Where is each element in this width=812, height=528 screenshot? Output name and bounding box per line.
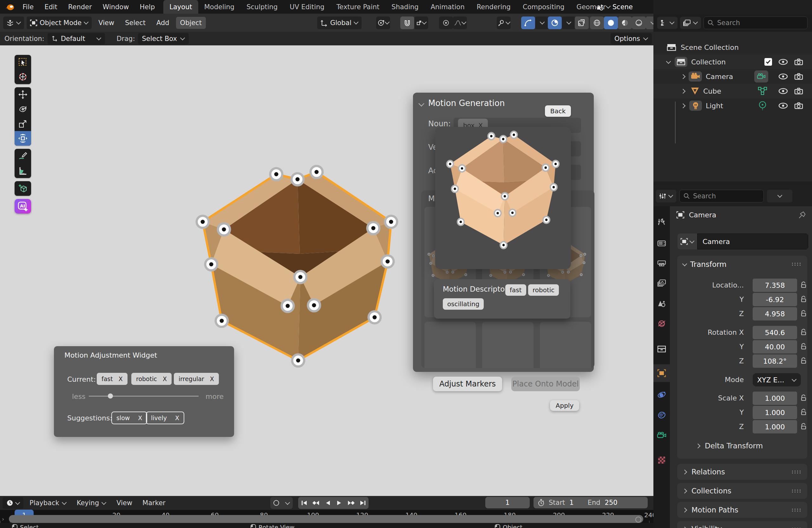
tab-world[interactable]	[653, 315, 670, 332]
camera-toggle-icon[interactable]	[794, 102, 803, 109]
intensity-slider-track[interactable]	[89, 396, 199, 397]
field-value[interactable]: 540.6	[753, 326, 797, 339]
tab-texture[interactable]	[653, 451, 670, 469]
menu-render[interactable]: Render	[63, 3, 97, 11]
motion-card[interactable]	[540, 322, 591, 368]
camera-toggle-icon[interactable]	[794, 88, 803, 95]
collapse-chevron-icon[interactable]	[418, 101, 424, 106]
back-button[interactable]: Back	[545, 105, 571, 117]
rotation-gizmo-button[interactable]	[548, 16, 562, 29]
options-dropdown[interactable]: Options	[611, 33, 652, 44]
rotation-gizmo-settings-button[interactable]	[562, 16, 576, 29]
tool-annotate-button[interactable]	[15, 149, 31, 163]
timeline-ruler[interactable]: 20 40 60 80 100 120 140 160 180 200 220 …	[0, 510, 653, 523]
proportional-falloff-button[interactable]	[453, 16, 467, 29]
tool-select-box-button[interactable]	[15, 55, 31, 70]
timeline-scrollbar[interactable]	[9, 515, 643, 523]
marker-preview-popup[interactable]	[435, 127, 571, 269]
lock-open-icon[interactable]	[800, 343, 807, 350]
eye-icon[interactable]	[778, 59, 788, 65]
tab-render[interactable]	[653, 234, 670, 252]
tab-sculpting[interactable]: Sculpting	[241, 0, 284, 14]
field-value[interactable]: 1.000	[753, 420, 797, 433]
pivot-point-button[interactable]	[376, 16, 390, 29]
apply-button[interactable]: Apply	[550, 400, 579, 411]
properties-options-button[interactable]	[767, 190, 792, 202]
jump-to-end-button[interactable]	[357, 497, 368, 509]
rotation-mode-dropdown[interactable]: XYZ E...	[753, 373, 801, 386]
editor-type-button[interactable]	[3, 16, 24, 29]
current-frame-field[interactable]: 1	[485, 497, 530, 508]
tab-view-layer[interactable]	[653, 274, 670, 292]
drag-dropdown[interactable]: Select Box	[138, 33, 189, 44]
grip-icon[interactable]	[792, 490, 801, 493]
shading-material-button[interactable]	[618, 16, 632, 29]
section-collections[interactable]: Collections	[677, 483, 807, 499]
autokey-settings-button[interactable]	[282, 497, 293, 509]
viewport-gizmos-toggle[interactable]	[575, 16, 589, 29]
lock-open-icon[interactable]	[800, 296, 807, 303]
eye-icon[interactable]	[778, 88, 788, 94]
transform-orientation-dropdown[interactable]: Global	[317, 16, 362, 29]
end-value[interactable]: 250	[605, 499, 618, 506]
remove-tag-button[interactable]: X	[210, 375, 214, 382]
suggestion-tag-slow[interactable]: slow X	[111, 412, 147, 424]
menu-file[interactable]: File	[17, 3, 39, 11]
eye-icon[interactable]	[778, 102, 788, 109]
timeline-editor-type-button[interactable]	[2, 497, 24, 509]
snap-settings-button[interactable]	[414, 16, 428, 29]
orientation-dropdown[interactable]: Default	[47, 33, 105, 44]
lock-open-icon[interactable]	[800, 357, 807, 365]
field-value[interactable]: 1.000	[753, 406, 797, 419]
tab-tool[interactable]	[653, 213, 670, 231]
menu-add[interactable]: Add	[152, 19, 174, 27]
next-keyframe-button[interactable]	[345, 497, 357, 509]
field-value[interactable]: 4.958	[753, 307, 797, 320]
field-value[interactable]: 40.00	[753, 340, 797, 354]
light-data-badge[interactable]	[756, 100, 769, 112]
collapse-chevron-icon[interactable]	[682, 261, 687, 266]
tool-add-cube-button[interactable]	[15, 181, 31, 196]
shading-solid-button[interactable]	[604, 16, 618, 29]
current-tag-robotic[interactable]: robotic X	[131, 373, 172, 385]
intensity-slider-knob[interactable]	[108, 394, 113, 399]
lock-open-icon[interactable]	[800, 423, 807, 430]
lock-open-icon[interactable]	[800, 281, 807, 289]
remove-tag-button[interactable]: X	[119, 375, 123, 382]
menu-view[interactable]: View	[94, 19, 118, 27]
menu-object[interactable]: Object	[176, 17, 206, 29]
descriptor-tag-oscillating[interactable]: oscillating	[443, 298, 484, 310]
shading-rendered-button[interactable]	[632, 16, 646, 29]
lock-open-icon[interactable]	[800, 394, 807, 402]
tool-transform-button[interactable]	[15, 131, 31, 146]
menu-view-timeline[interactable]: View	[112, 499, 136, 507]
menu-keying[interactable]: Keying	[73, 499, 111, 507]
outliner-row-light[interactable]: Light	[653, 98, 812, 113]
scene-selector[interactable]: Scene	[596, 1, 633, 12]
tab-layout[interactable]: Layout	[163, 0, 198, 14]
tab-object-data[interactable]	[653, 427, 670, 444]
grip-icon[interactable]	[792, 263, 801, 266]
autokey-button[interactable]	[270, 497, 282, 509]
tool-move-button[interactable]	[15, 87, 31, 102]
grip-icon[interactable]	[792, 471, 801, 473]
tool-cursor-button[interactable]	[15, 70, 31, 84]
tab-texture-paint[interactable]: Texture Paint	[331, 0, 386, 14]
outliner-row-collection[interactable]: Collection	[653, 55, 812, 69]
tab-collection[interactable]	[653, 340, 670, 358]
menu-window[interactable]: Window	[97, 3, 134, 11]
suggestion-tag-lively[interactable]: lively X	[146, 412, 184, 424]
current-tag-irregular[interactable]: irregular X	[174, 373, 219, 385]
remove-tag-button[interactable]: X	[175, 414, 179, 422]
lock-open-icon[interactable]	[800, 310, 807, 317]
previous-keyframe-button[interactable]	[310, 497, 322, 509]
eye-icon[interactable]	[778, 73, 788, 80]
section-motion-paths[interactable]: Motion Paths	[677, 502, 807, 518]
channel-expand-chevron[interactable]: ›	[2, 516, 4, 522]
expand-chevron-icon[interactable]	[666, 59, 671, 64]
outliner-search-input[interactable]: Search	[704, 16, 808, 29]
shading-wireframe-button[interactable]	[590, 16, 604, 29]
grip-icon[interactable]	[792, 509, 801, 512]
expand-chevron-icon[interactable]	[681, 103, 686, 108]
tab-constraints[interactable]	[653, 406, 670, 424]
